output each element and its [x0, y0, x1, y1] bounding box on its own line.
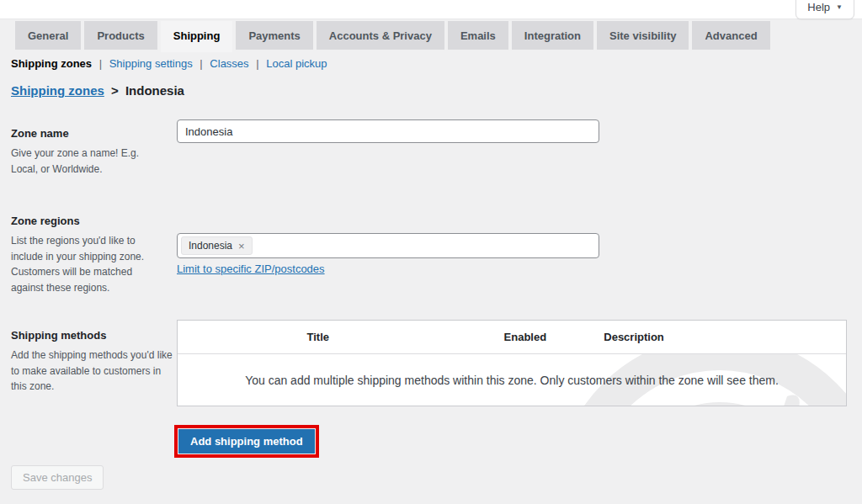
- column-header-title: Title: [178, 331, 458, 343]
- subnav-item-shipping-settings[interactable]: Shipping settings: [109, 57, 193, 70]
- tab-integration[interactable]: Integration: [512, 21, 593, 50]
- tab-shipping[interactable]: Shipping: [161, 21, 233, 52]
- annotation-highlight-box: Add shipping method: [174, 425, 319, 458]
- zone-regions-description: List the regions you'd like to include i…: [11, 233, 168, 295]
- help-button-label: Help: [807, 1, 830, 13]
- zone-name-label: Zone name: [11, 127, 69, 140]
- region-tag-indonesia: Indonesia ×: [181, 236, 253, 255]
- tab-site-visibility[interactable]: Site visibility: [597, 21, 689, 50]
- add-shipping-method-button[interactable]: Add shipping method: [178, 429, 315, 454]
- shipping-methods-empty-row: You can add multiple shipping methods wi…: [178, 354, 846, 406]
- tab-products[interactable]: Products: [84, 21, 157, 50]
- breadcrumb-shipping-zones-link[interactable]: Shipping zones: [11, 83, 104, 98]
- breadcrumb-separator: >: [111, 83, 119, 98]
- tab-emails[interactable]: Emails: [448, 21, 508, 50]
- subnav-separator: |: [256, 57, 258, 70]
- shipping-subnav: Shipping zones | Shipping settings | Cla…: [11, 57, 327, 70]
- tab-general[interactable]: General: [15, 21, 81, 50]
- limit-zip-postcodes-link[interactable]: Limit to specific ZIP/postcodes: [177, 263, 325, 275]
- settings-tab-bar: General Products Shipping Payments Accou…: [15, 21, 770, 52]
- shipping-methods-table-header: Title Enabled Description: [178, 321, 846, 354]
- zone-name-description: Give your zone a name! E.g. Local, or Wo…: [11, 146, 156, 177]
- shipping-methods-label: Shipping methods: [11, 329, 106, 342]
- subnav-item-local-pickup[interactable]: Local pickup: [266, 57, 327, 70]
- tab-accounts-privacy[interactable]: Accounts & Privacy: [317, 21, 444, 50]
- remove-region-icon[interactable]: ×: [238, 241, 245, 252]
- empty-methods-message: You can add multiple shipping methods wi…: [245, 374, 779, 387]
- tab-advanced[interactable]: Advanced: [692, 21, 769, 50]
- tab-payments[interactable]: Payments: [236, 21, 312, 50]
- zone-regions-label: Zone regions: [11, 215, 80, 227]
- shipping-methods-table: Title Enabled Description You can add mu…: [177, 320, 847, 406]
- chevron-down-icon: ▼: [836, 4, 843, 11]
- shipping-methods-description: Add the shipping methods you'd like to m…: [11, 347, 176, 395]
- subnav-separator: |: [200, 57, 202, 70]
- admin-top-bar: Help ▼: [0, 0, 862, 19]
- help-button[interactable]: Help ▼: [795, 0, 854, 19]
- subnav-item-shipping-zones[interactable]: Shipping zones: [11, 57, 92, 70]
- breadcrumb-current-zone: Indonesia: [125, 83, 184, 98]
- subnav-item-classes[interactable]: Classes: [210, 57, 248, 70]
- region-tag-label: Indonesia: [189, 240, 232, 252]
- column-header-description: Description: [592, 331, 846, 343]
- save-changes-button[interactable]: Save changes: [11, 465, 104, 490]
- subnav-separator: |: [99, 57, 102, 70]
- zone-regions-select[interactable]: Indonesia ×: [177, 233, 599, 258]
- column-header-enabled: Enabled: [458, 331, 592, 343]
- zone-name-input[interactable]: [177, 119, 599, 143]
- breadcrumb: Shipping zones > Indonesia: [11, 83, 184, 98]
